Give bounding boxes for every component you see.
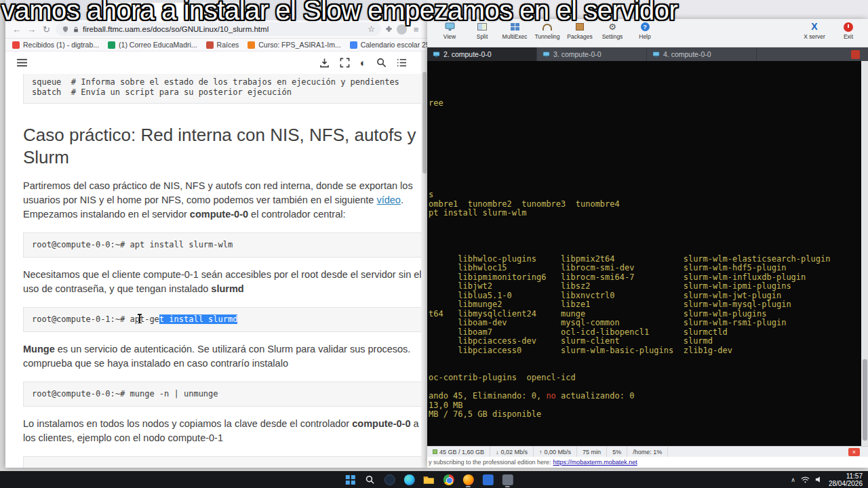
monitor-icon <box>433 52 440 58</box>
bookmark-item[interactable]: Calendario escolar 25-... <box>350 41 427 49</box>
browser-tab[interactable]: × <box>100 3 248 20</box>
terminal-text-red: no <box>546 391 555 401</box>
moodle-favicon <box>248 41 255 49</box>
tray-chevron-icon[interactable]: ∧ <box>791 476 795 483</box>
bookmark-label: Raíces <box>217 41 239 49</box>
taskbar-app-icon[interactable] <box>479 471 496 488</box>
volume-icon[interactable] <box>815 476 823 483</box>
forward-icon[interactable]: → <box>26 24 37 35</box>
terminal-tab-bar: 2. compute-0-0 3. compute-0-0 4. compute… <box>427 47 868 61</box>
raices-favicon <box>206 41 214 49</box>
code-block-apt-install[interactable]: root@compute-0-0:~# apt install slurm-wl… <box>23 232 422 258</box>
reload-icon[interactable]: ↻ <box>41 24 52 35</box>
code-block-munge[interactable]: root@compute-0-0:~# munge -n | unmunge <box>23 382 422 407</box>
toc-list-icon[interactable] <box>397 58 407 67</box>
toolbar-split-button[interactable]: Split <box>468 22 496 40</box>
code-block-partial[interactable] <box>23 456 422 468</box>
contrast-icon[interactable]: ◐ <box>360 58 366 68</box>
chrome-icon[interactable] <box>440 471 457 488</box>
bookmark-item[interactable]: Curso: FPS_ASIRA1-Im... <box>248 41 340 49</box>
toolbar-exit-button[interactable]: Exit <box>834 22 863 40</box>
paragraph-text: es un servicio de autenticación. Se util… <box>23 344 410 369</box>
hamburger-menu-icon[interactable] <box>16 58 28 67</box>
terminal-scrollbar-thumb[interactable] <box>863 359 867 441</box>
profile-avatar[interactable] <box>397 24 407 35</box>
video-link[interactable]: vídeo <box>376 195 400 205</box>
status-disk: /home: 1% <box>627 447 668 457</box>
search-icon[interactable] <box>376 58 387 68</box>
bookmark-item[interactable]: Raíces <box>206 41 239 49</box>
down-arrow-icon: ↓ <box>496 449 499 455</box>
taskbar-search-button[interactable] <box>361 471 378 488</box>
bookmark-item[interactable]: (1) Correo EducaMadri... <box>108 41 197 49</box>
status-close-button[interactable]: × <box>848 448 860 456</box>
code-block-squeue[interactable]: squeue # Informa sobre el estado de los … <box>23 74 422 104</box>
toolbar-label: Exit <box>844 33 853 40</box>
back-icon[interactable]: ← <box>11 24 22 35</box>
status-uptime: 75 min <box>577 447 607 457</box>
paragraph-text: Lo instalamos en todos los nodos y copia… <box>23 418 352 429</box>
edge-icon[interactable] <box>401 471 418 488</box>
terminal-tab-3[interactable]: 3. compute-0-0 <box>537 47 647 61</box>
toolbar-multiexec-button[interactable]: MultiExec <box>500 22 529 40</box>
download-icon[interactable] <box>319 58 330 68</box>
wifi-icon[interactable] <box>801 476 810 483</box>
monitor-icon <box>542 52 550 58</box>
settings-gear-icon: ⚙ <box>607 22 618 32</box>
memory-icon <box>433 449 437 454</box>
browser-navbar: ← → ↻ fireball.ftmc.uam.es/docs/so/GNULi… <box>5 20 427 39</box>
terminal-tab-label: 4. compute-0-0 <box>663 50 711 58</box>
terminal-toolbar: View Split MultiExec Tunneling Packages … <box>427 19 868 47</box>
toolbar-settings-button[interactable]: ⚙ Settings <box>598 22 627 40</box>
url-text: fireball.ftmc.uam.es/docs/so/GNULinux/10… <box>83 25 269 33</box>
toolbar-label: View <box>443 33 456 40</box>
status-download-speed: ↓0,02 Mb/s <box>490 447 534 457</box>
browser-menu-icon[interactable]: ≡ <box>410 24 422 35</box>
toolbar-label: Settings <box>602 33 623 40</box>
bookmarks-bar: Recibidos (1) - digtrab... (1) Correo Ed… <box>5 39 427 52</box>
page-title: Caso práctico: Red interna con NIS, NFS,… <box>23 124 422 169</box>
educamadrid-favicon <box>108 41 115 49</box>
toolbar-view-button[interactable]: View <box>435 22 464 40</box>
bookmark-star-icon[interactable]: ☆ <box>368 24 375 34</box>
toolbar-tunneling-button[interactable]: Tunneling <box>533 22 561 40</box>
terminal-screen[interactable]: ree s ombre1 tunombre2 tunombre3 tunombr… <box>427 61 868 446</box>
url-bar[interactable]: fireball.ftmc.uam.es/docs/so/GNULinux/10… <box>56 22 381 36</box>
code-block-apt-get-slurmd[interactable]: root@compute-0-1:~# apt-get install slur… <box>23 307 422 332</box>
terminal-tab-4[interactable]: 4. compute-0-0 <box>647 47 757 61</box>
browser-scrollbar[interactable] <box>421 52 427 468</box>
terminal-status-bar: 45 GB / 1,60 GB ↓0,02 Mb/s ↑0,00 Mb/s 75… <box>427 446 868 457</box>
help-icon: ? <box>639 22 651 32</box>
file-explorer-icon[interactable] <box>420 471 437 488</box>
taskbar-clock[interactable]: 11:57 28/04/2026 <box>829 472 863 487</box>
multiexec-icon <box>509 22 521 32</box>
shield-icon[interactable] <box>62 26 69 33</box>
fullscreen-icon[interactable] <box>340 58 350 68</box>
bookmark-label: Calendario escolar 25-... <box>361 41 427 49</box>
mobaxterm-link[interactable]: https://mobaxterm.mobatek.net <box>553 459 637 466</box>
paragraph-munge: Munge es un servicio de autenticación. S… <box>23 342 422 371</box>
scrollbar-thumb[interactable] <box>422 72 427 174</box>
tab-menu-button[interactable] <box>851 50 860 59</box>
toolbar-packages-button[interactable]: Packages <box>566 22 594 40</box>
terminal-scrollbar[interactable] <box>861 61 868 446</box>
tab-close-icon[interactable]: × <box>239 7 243 16</box>
paragraph-client: Necesitamos que el cliente compute-0-1 s… <box>23 268 422 296</box>
taskbar-app-icon[interactable] <box>381 471 398 488</box>
terminal-tab-2[interactable]: 2. compute-0-0 <box>427 47 537 61</box>
bookmark-item[interactable]: Recibidos (1) - digtrab... <box>12 41 99 49</box>
terminal-footer: y subscribing to the professional editio… <box>427 457 868 468</box>
browser-window: × ← → ↻ fireball.ftmc.uam.es/docs/so/GNU… <box>5 0 427 468</box>
extensions-puzzle-icon[interactable] <box>384 25 393 34</box>
terminal-window: View Split MultiExec Tunneling Packages … <box>427 19 868 468</box>
xserver-icon: X <box>809 22 821 32</box>
toolbar-help-button[interactable]: ? Help <box>631 22 659 40</box>
start-button[interactable] <box>342 471 359 488</box>
mobaxterm-icon[interactable] <box>499 471 516 488</box>
toolbar-label: Packages <box>567 33 592 40</box>
doc-toolbar: ◐ <box>5 52 427 74</box>
up-arrow-icon: ↑ <box>539 449 542 455</box>
toolbar-label: Split <box>477 33 488 40</box>
firefox-icon[interactable] <box>460 471 477 488</box>
toolbar-xserver-button[interactable]: X X server <box>800 22 829 40</box>
